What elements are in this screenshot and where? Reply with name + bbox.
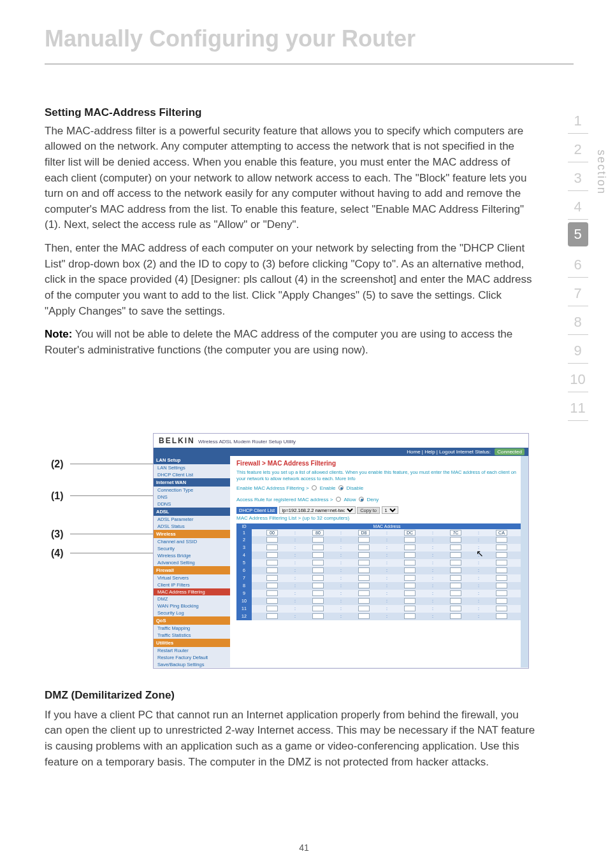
mac-cell[interactable] (435, 590, 476, 597)
mac-cell[interactable] (481, 582, 522, 590)
sidebar-item[interactable]: Client IP Filters (154, 581, 230, 588)
enable-radio-enable[interactable] (312, 485, 317, 490)
mac-cell[interactable] (252, 559, 293, 567)
mac-cell[interactable] (389, 536, 430, 544)
mac-cell[interactable] (298, 536, 338, 544)
topbar-links[interactable]: Home | Help | Logout Internet Status: (407, 449, 491, 455)
mac-cell[interactable] (481, 567, 522, 574)
section-tab-10[interactable]: 10 (568, 364, 588, 392)
mac-cell[interactable]: 00 (252, 529, 293, 536)
mac-cell[interactable] (481, 597, 522, 605)
sidebar-item[interactable]: Security (154, 545, 230, 552)
sidebar-item[interactable]: DMZ (154, 595, 230, 602)
mac-cell[interactable] (435, 544, 476, 551)
mac-cell[interactable] (298, 597, 338, 605)
mac-cell[interactable] (298, 551, 338, 559)
mac-cell[interactable] (344, 590, 384, 597)
sidebar-item[interactable]: Wireless Bridge (154, 552, 230, 559)
mac-cell[interactable] (435, 559, 476, 567)
mac-cell[interactable] (389, 590, 430, 597)
section-tab-1[interactable]: 1 (568, 105, 588, 134)
mac-cell[interactable] (435, 536, 476, 544)
mac-cell[interactable]: CA (481, 529, 522, 536)
mac-cell[interactable] (389, 582, 430, 590)
copy-to-select[interactable]: 1 (382, 506, 398, 514)
sidebar-item[interactable]: Save/Backup Settings (154, 661, 230, 667)
mac-cell[interactable] (344, 613, 384, 620)
mac-cell[interactable] (435, 574, 476, 582)
mac-cell[interactable] (252, 597, 293, 605)
mac-cell[interactable] (389, 544, 430, 551)
mac-cell[interactable] (389, 559, 430, 567)
mac-cell[interactable] (252, 590, 293, 597)
mac-cell[interactable] (481, 544, 522, 551)
sidebar-item[interactable]: WAN Ping Blocking (154, 602, 230, 609)
mac-cell[interactable] (344, 559, 384, 567)
mac-cell[interactable] (298, 567, 338, 574)
mac-cell[interactable] (298, 574, 338, 582)
section-tab-9[interactable]: 9 (568, 335, 588, 364)
section-tab-6[interactable]: 6 (568, 249, 588, 278)
access-radio-allow[interactable] (336, 497, 341, 502)
section-tab-3[interactable]: 3 (568, 162, 588, 191)
sidebar-item[interactable]: Traffic Mapping (154, 625, 230, 632)
sidebar-item[interactable]: Advanced Setting (154, 559, 230, 566)
mac-cell[interactable] (252, 613, 293, 620)
mac-cell[interactable] (252, 574, 293, 582)
sidebar-item[interactable]: Security Log (154, 609, 230, 616)
mac-cell[interactable] (252, 605, 293, 613)
mac-cell[interactable] (481, 559, 522, 567)
mac-cell[interactable]: DC (389, 529, 430, 536)
mac-cell[interactable] (344, 597, 384, 605)
mac-cell[interactable] (389, 551, 430, 559)
sidebar-item[interactable]: Connection Type (154, 487, 230, 494)
mac-cell[interactable] (389, 605, 430, 613)
sidebar-item[interactable]: Channel and SSID (154, 538, 230, 545)
mac-cell[interactable] (252, 567, 293, 574)
sidebar-item[interactable]: DNS (154, 494, 230, 501)
mac-cell[interactable] (252, 536, 293, 544)
mac-cell[interactable] (344, 551, 384, 559)
sidebar-item[interactable]: DDNS (154, 501, 230, 508)
mac-cell[interactable] (435, 551, 476, 559)
sidebar-item[interactable]: ADSL Parameter (154, 516, 230, 523)
mac-cell[interactable]: 7C (435, 529, 476, 536)
mac-cell[interactable] (298, 605, 338, 613)
sidebar-item[interactable]: MAC Address Filtering (154, 588, 230, 595)
scrollbar[interactable] (521, 456, 528, 667)
mac-cell[interactable] (389, 574, 430, 582)
mac-cell[interactable] (344, 582, 384, 590)
section-tab-5[interactable]: 5 (568, 222, 588, 246)
section-tab-4[interactable]: 4 (568, 191, 588, 220)
mac-cell[interactable] (435, 605, 476, 613)
sidebar-item[interactable]: Traffic Statistics (154, 632, 230, 639)
mac-cell[interactable] (389, 613, 430, 620)
dhcp-client-list-button[interactable]: DHCP Client List (236, 507, 277, 514)
mac-cell[interactable] (435, 582, 476, 590)
sidebar-item[interactable]: Virtual Servers (154, 574, 230, 581)
mac-cell[interactable] (389, 567, 430, 574)
mac-cell[interactable] (481, 605, 522, 613)
access-radio-deny[interactable] (359, 497, 364, 502)
mac-cell[interactable]: D8 (344, 529, 384, 536)
mac-cell[interactable] (481, 551, 522, 559)
section-tab-2[interactable]: 2 (568, 134, 588, 162)
mac-cell[interactable] (481, 590, 522, 597)
mac-cell[interactable] (435, 597, 476, 605)
mac-cell[interactable] (344, 544, 384, 551)
mac-cell[interactable] (298, 590, 338, 597)
enable-radio-disable[interactable] (338, 485, 344, 490)
dhcp-client-select[interactable]: ip=192.168.2.2 name=net-two (279, 506, 356, 514)
mac-cell[interactable] (344, 605, 384, 613)
section-tab-11[interactable]: 11 (568, 392, 588, 421)
mac-cell[interactable] (481, 613, 522, 620)
mac-cell[interactable] (481, 536, 522, 544)
mac-cell[interactable] (298, 559, 338, 567)
sidebar-item[interactable]: ADSL Status (154, 523, 230, 530)
mac-cell[interactable] (298, 613, 338, 620)
mac-cell[interactable] (252, 582, 293, 590)
mac-cell[interactable] (252, 544, 293, 551)
mac-cell[interactable] (389, 597, 430, 605)
mac-cell[interactable] (344, 567, 384, 574)
mac-cell[interactable] (435, 567, 476, 574)
